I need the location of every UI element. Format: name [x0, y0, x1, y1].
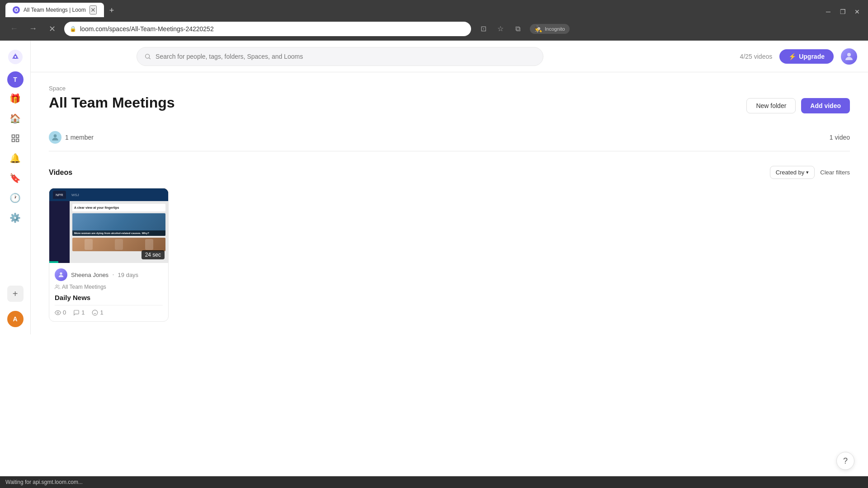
- svg-point-14: [57, 312, 59, 314]
- incognito-label: Incognito: [545, 26, 565, 32]
- minimize-button[interactable]: ─: [823, 6, 834, 17]
- video-quota: 4/25 videos: [740, 53, 773, 60]
- profile-icon: [844, 51, 854, 62]
- svg-rect-8: [16, 139, 19, 142]
- views-count: 0: [63, 309, 66, 316]
- comments-count: 1: [81, 309, 85, 316]
- add-workspace-button[interactable]: +: [7, 286, 24, 302]
- space-label: Space: [49, 85, 850, 92]
- main-header: 4/25 videos ⚡ Upgrade: [31, 41, 868, 72]
- sidebar-item-notifications[interactable]: 🔔: [6, 149, 24, 167]
- svg-point-13: [56, 285, 58, 287]
- upgrade-label: Upgrade: [799, 53, 825, 60]
- creator-name: Sheena Jones: [71, 272, 108, 278]
- svg-point-1: [15, 9, 17, 11]
- created-by-label: Created by: [776, 169, 805, 176]
- member-avatar-icon: [51, 133, 60, 142]
- clear-filters-button[interactable]: Clear filters: [820, 169, 850, 176]
- comments-icon: [73, 310, 80, 316]
- views-icon: [55, 310, 61, 316]
- video-grid: NPR WSJ A clear view at your fingertips: [49, 188, 850, 322]
- video-count: 1 video: [830, 134, 850, 141]
- workspace-avatar[interactable]: T: [7, 71, 24, 88]
- tab-favicon: [13, 6, 20, 14]
- active-tab[interactable]: All Team Meetings | Loom ✕: [5, 3, 104, 17]
- video-thumbnail: NPR WSJ A clear view at your fingertips: [49, 188, 168, 263]
- reload-button[interactable]: ✕: [45, 22, 59, 36]
- tab-close-button[interactable]: ✕: [90, 5, 97, 14]
- reactions-icon: [92, 310, 98, 316]
- member-avatar: [49, 131, 61, 144]
- member-count: 1 member: [65, 134, 94, 141]
- videos-header: Videos Created by ▾ Clear filters: [49, 166, 850, 179]
- video-location: All Team Meetings: [55, 284, 163, 290]
- window-controls: ─ ❐ ✕: [823, 6, 863, 17]
- lock-icon: 🔒: [70, 26, 76, 32]
- views-stat: 0: [55, 309, 66, 316]
- new-folder-button[interactable]: New folder: [746, 98, 796, 113]
- address-bar-actions: ⊡ ☆ ⧉: [476, 22, 524, 36]
- sidebar-item-settings[interactable]: ⚙️: [6, 209, 24, 227]
- sidebar-logo[interactable]: [6, 48, 24, 66]
- video-info: Sheena Jones · 19 days All Team Meetings: [49, 263, 168, 321]
- filter-controls: Created by ▾ Clear filters: [770, 166, 850, 179]
- address-bar[interactable]: 🔒 loom.com/spaces/All-Team-Meetings-2422…: [64, 22, 471, 36]
- video-location-text: All Team Meetings: [62, 284, 106, 290]
- status-text: Waiting for api.sgmt.loom.com...: [5, 479, 83, 485]
- reactions-count: 1: [100, 309, 103, 316]
- video-creator-row: Sheena Jones · 19 days: [55, 268, 163, 281]
- sidebar-item-bookmarks[interactable]: 🔖: [6, 169, 24, 187]
- video-stats: 0 1: [55, 305, 163, 316]
- svg-point-11: [54, 134, 57, 137]
- main-area: Space All Team Meetings New folder Add v…: [31, 72, 868, 334]
- browser-tab-bar: All Team Meetings | Loom ✕ + ─ ❐ ✕: [0, 0, 868, 17]
- svg-point-10: [847, 53, 851, 56]
- sidebar-item-recents[interactable]: 🕐: [6, 189, 24, 207]
- location-icon: [55, 284, 60, 290]
- videos-section-title: Videos: [49, 169, 72, 177]
- help-button[interactable]: ?: [836, 452, 854, 470]
- main-wrapper: 4/25 videos ⚡ Upgrade Space All Team Mee…: [31, 41, 868, 334]
- profile-avatar[interactable]: [841, 48, 857, 65]
- loom-logo-icon: [7, 49, 24, 65]
- chevron-down-icon: ▾: [806, 169, 809, 175]
- svg-point-12: [60, 272, 62, 275]
- add-video-button[interactable]: Add video: [801, 98, 850, 113]
- back-button[interactable]: ←: [7, 22, 21, 36]
- sidebar: T 🎁 🏠 🔔 🔖 🕐 ⚙️ + A: [0, 41, 31, 334]
- svg-rect-7: [12, 139, 14, 142]
- space-meta: 1 member 1 video: [49, 131, 850, 151]
- header-right: 4/25 videos ⚡ Upgrade: [740, 48, 857, 65]
- bookmark-button[interactable]: ☆: [494, 22, 507, 36]
- sidebar-toggle-button[interactable]: ⧉: [511, 22, 524, 36]
- video-card[interactable]: NPR WSJ A clear view at your fingertips: [49, 188, 169, 322]
- restore-button[interactable]: ❐: [837, 6, 848, 17]
- content-body: T 🎁 🏠 🔔 🔖 🕐 ⚙️ + A 4/25: [0, 41, 868, 334]
- new-tab-button[interactable]: +: [106, 4, 118, 17]
- search-icon: [144, 53, 151, 60]
- created-by-filter[interactable]: Created by ▾: [770, 166, 815, 179]
- svg-point-15: [93, 310, 98, 315]
- screenshot-button[interactable]: ⊡: [476, 22, 490, 36]
- close-button[interactable]: ✕: [852, 6, 863, 17]
- member-info: 1 member: [49, 131, 94, 144]
- svg-point-4: [14, 56, 16, 58]
- page-title: All Team Meetings: [49, 94, 175, 111]
- creator-avatar: [55, 268, 67, 281]
- user-avatar[interactable]: A: [7, 311, 24, 327]
- svg-rect-5: [12, 135, 14, 138]
- search-bar[interactable]: [137, 47, 543, 66]
- sidebar-item-gift[interactable]: 🎁: [6, 89, 24, 108]
- upgrade-button[interactable]: ⚡ Upgrade: [779, 49, 834, 64]
- search-input[interactable]: [156, 53, 535, 60]
- video-title: Daily News: [55, 294, 163, 301]
- comments-stat: 1: [73, 309, 85, 316]
- title-row: All Team Meetings New folder Add video: [49, 94, 850, 122]
- address-bar-row: ← → ✕ 🔒 loom.com/spaces/All-Team-Meeting…: [0, 17, 868, 41]
- svg-rect-6: [16, 135, 19, 138]
- status-bar: Waiting for api.sgmt.loom.com...: [0, 476, 868, 488]
- video-duration: 24 sec: [142, 250, 165, 259]
- sidebar-item-library[interactable]: [6, 129, 24, 147]
- forward-button[interactable]: →: [26, 22, 40, 36]
- sidebar-item-home[interactable]: 🏠: [6, 109, 24, 127]
